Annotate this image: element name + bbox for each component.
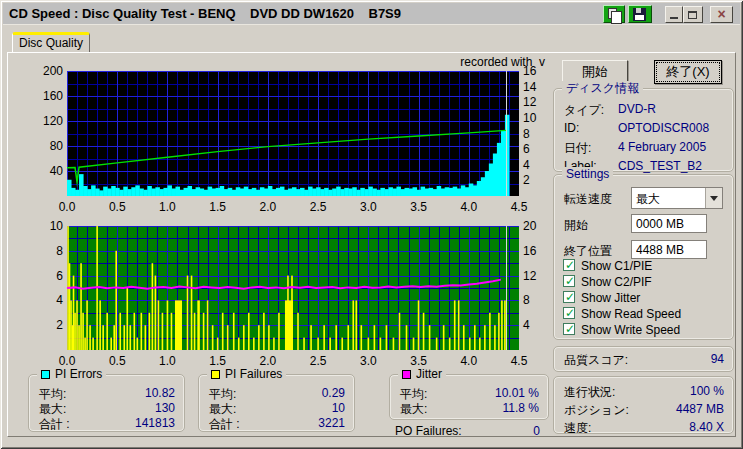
pi-failures-jitter-chart — [67, 226, 519, 350]
progress-groupbox: 進行状況:100 %ポジション:4487 MB速度:8.40 X — [553, 376, 734, 434]
maximize-button[interactable] — [683, 6, 703, 23]
axis-tick-label: 10 — [29, 219, 63, 233]
settings-title: Settings — [562, 167, 613, 182]
dropdown-button[interactable] — [705, 188, 722, 208]
stat-label: 最大: — [209, 402, 236, 416]
stat-value: 10.01 % — [495, 386, 539, 400]
disc-info-groupbox: ディスク情報 タイプ:DVD-RID:OPTODISCR008日付:4 Febr… — [553, 88, 734, 172]
po-failures-row: PO Failures: 0 — [395, 424, 540, 438]
axis-tick-label: 20 — [523, 219, 536, 233]
axis-tick-label: 6 — [29, 269, 63, 283]
disc-info-value: CDS_TEST_B2 — [618, 159, 702, 173]
show-c2-pif-checkbox[interactable]: Show C2/PIF — [563, 275, 652, 289]
axis-tick-label: 4 — [523, 158, 530, 172]
axis-tick-label: 1.0 — [151, 354, 183, 368]
settings-groupbox: Settings 転送速度 最大 開始 終了位置 Show C1/PIEShow… — [553, 174, 734, 340]
axis-tick-label: 2.5 — [302, 200, 334, 214]
axis-tick-label: 12 — [523, 269, 536, 283]
axis-tick-label: 4.0 — [453, 200, 485, 214]
stat-label: 最大: — [39, 402, 66, 416]
close-icon: × — [711, 7, 732, 22]
axis-tick-label: 3.5 — [403, 200, 435, 214]
stat-value: 3221 — [318, 416, 345, 430]
axis-tick-label: 4 — [29, 293, 63, 307]
axis-tick-label: 2.0 — [252, 354, 284, 368]
checkbox-label: Show Read Speed — [581, 307, 681, 321]
disc-info-value: DVD-R — [618, 102, 656, 116]
copy-icon — [608, 8, 617, 19]
axis-tick-label: 10 — [523, 111, 536, 125]
pi-failures-stat-row: 平均:0.29 — [209, 386, 345, 400]
stat-value: 130 — [155, 401, 175, 415]
pi-failures-stat-row: 最大:10 — [209, 401, 345, 415]
show-jitter-checkbox[interactable]: Show Jitter — [563, 291, 640, 305]
stat-label: 平均: — [400, 387, 427, 401]
axis-tick-label: 160 — [29, 89, 63, 103]
axis-tick-label: 4.5 — [503, 354, 535, 368]
po-failures-label: PO Failures: — [395, 424, 462, 438]
axis-tick-label: 3.5 — [403, 354, 435, 368]
axis-tick-label: 8 — [523, 127, 530, 141]
chevron-down-icon — [710, 196, 718, 201]
axis-tick-label: 1.5 — [202, 200, 234, 214]
progress-value: 8.40 X — [689, 420, 724, 434]
pi-errors-stat-row: 合計 :141813 — [39, 416, 175, 430]
axis-tick-label: 0.0 — [51, 354, 83, 368]
axis-tick-label: 8 — [29, 244, 63, 258]
progress-row: 進行状況:100 % — [564, 384, 724, 398]
show-c1-pie-checkbox[interactable]: Show C1/PIE — [563, 259, 652, 273]
minimize-button[interactable] — [665, 6, 683, 23]
pi-failures-color-swatch — [211, 370, 220, 379]
show-read-speed-checkbox[interactable]: Show Read Speed — [563, 307, 681, 321]
disc-info-value: OPTODISCR008 — [618, 121, 709, 135]
quality-score-groupbox: 品質スコア: 94 — [553, 346, 734, 372]
disc-info-row: 日付:4 February 2005 — [564, 140, 724, 154]
close-button[interactable]: × — [710, 6, 733, 23]
minimize-icon — [670, 17, 678, 19]
start-position-input[interactable] — [631, 214, 707, 233]
axis-tick-label: 3.0 — [352, 200, 384, 214]
stat-label: 合計 : — [39, 417, 70, 431]
axis-tick-label: 2.0 — [252, 200, 284, 214]
axis-tick-label: 0.5 — [101, 200, 133, 214]
save-button[interactable] — [628, 5, 652, 23]
stat-value: 141813 — [135, 416, 175, 430]
stat-label: 平均: — [209, 387, 236, 401]
window-title: CD Speed : Disc Quality Test - BENQ DVD … — [9, 3, 401, 25]
stat-value: 11.8 % — [503, 401, 539, 415]
progress-value: 100 % — [690, 384, 724, 398]
axis-tick-label: 8 — [523, 293, 530, 307]
axis-tick-label: 12 — [523, 95, 536, 109]
progress-label: ポジション: — [564, 403, 629, 417]
transfer-speed-select[interactable]: 最大 — [631, 187, 723, 209]
jitter-stat-row: 平均:10.01 % — [400, 386, 539, 400]
axis-tick-label: 200 — [29, 64, 63, 78]
stat-label: 最大: — [400, 402, 427, 416]
axis-tick-label: 16 — [523, 244, 536, 258]
progress-label: 進行状況: — [564, 385, 615, 399]
quality-score-row: 品質スコア: 94 — [564, 352, 724, 366]
copy-button[interactable] — [603, 5, 625, 23]
checkbox-label: Show Write Speed — [581, 323, 680, 337]
checkbox-checked-icon — [563, 291, 575, 303]
axis-tick-label: 2 — [29, 318, 63, 332]
pi-errors-stats-groupbox: PI Errors平均:10.82最大:130合計 :141813 — [28, 374, 185, 432]
axis-tick-label: 4.5 — [503, 200, 535, 214]
progress-value: 4487 MB — [676, 402, 724, 416]
axis-tick-label: 120 — [29, 114, 63, 128]
axis-tick-label: 0.5 — [101, 354, 133, 368]
disc-info-label: タイプ: — [564, 103, 604, 117]
jitter-stats-groupbox: Jitter平均:10.01 %最大:11.8 % — [389, 374, 549, 420]
disc-info-row: ID:OPTODISCR008 — [564, 121, 724, 135]
transfer-speed-label: 転送速度 — [564, 191, 612, 208]
exit-button[interactable]: 終了(X) — [654, 60, 722, 84]
axis-tick-label: 16 — [523, 64, 536, 78]
pi-errors-stat-row: 最大:130 — [39, 401, 175, 415]
po-failures-value: 0 — [533, 424, 540, 438]
start-position-label: 開始 — [564, 217, 588, 234]
end-position-input[interactable] — [631, 240, 707, 259]
show-write-speed-checkbox[interactable]: Show Write Speed — [563, 323, 680, 337]
progress-row: 速度:8.40 X — [564, 420, 724, 434]
tab-disc-quality[interactable]: Disc Quality — [12, 32, 90, 53]
stat-label: 平均: — [39, 387, 66, 401]
